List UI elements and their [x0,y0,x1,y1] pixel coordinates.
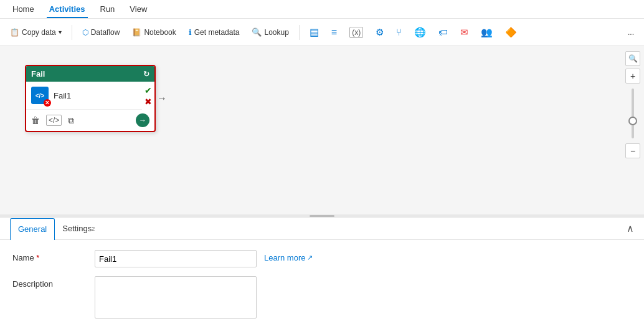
activity-card-body: </> ✕ Fail1 [26,82,142,110]
tab-general[interactable]: General [10,218,55,240]
plus-icon: + [630,71,635,81]
bookmark-icon: 🏷 [438,27,448,37]
canvas-area: Fail ↻ </> ✕ Fail1 ✔ ✖ 🗑 </> ⧉ → → [0,46,644,214]
nav-activities[interactable]: Activities [42,0,93,18]
notebook-label: Notebook [144,28,176,37]
filter-icon: ▤ [310,26,319,38]
copy-data-label: Copy data [22,28,56,37]
mail-icon: ✉ [460,27,468,38]
notebook-icon: 📔 [132,28,141,37]
tab-settings[interactable]: Settings2 [55,218,102,239]
activity-card-title: Fail [31,69,45,79]
activity-card-header: Fail ↻ [26,66,154,82]
dataflow-label: Dataflow [91,28,120,37]
filter-button[interactable]: ▤ [305,24,324,41]
check-success-icon[interactable]: ✔ [144,85,152,95]
bottom-panel: General Settings2 ∧ Name Learn more ↗ De… [0,217,644,326]
minus-icon: − [630,146,635,156]
branch-icon: ⑂ [396,27,402,37]
activity-card-footer: 🗑 </> ⧉ → [26,110,154,131]
search-icon: 🔍 [628,54,638,63]
zoom-slider[interactable] [632,89,634,138]
lines-button[interactable]: ≡ [326,24,342,41]
nav-run[interactable]: Run [93,0,123,18]
error-badge: ✕ [44,99,51,107]
tab-settings-label: Settings [62,224,92,233]
globe-button[interactable]: 🌐 [409,24,431,41]
toolbar-separator-2 [299,25,300,40]
description-label: Description [12,276,87,289]
refresh-icon[interactable]: ↻ [143,70,149,79]
get-metadata-button[interactable]: ℹ Get metadata [184,26,245,39]
name-input[interactable] [95,250,257,267]
card-check-icons: ✔ ✖ [142,83,154,109]
zoom-in-button[interactable]: + [625,69,640,84]
expression-button[interactable]: (x) [344,24,368,41]
settings-badge: 2 [92,226,95,232]
stack-icon: 🔶 [505,27,517,38]
lookup-icon: 🔍 [252,27,262,37]
stack-button[interactable]: 🔶 [500,24,522,41]
settings-button[interactable]: ⚙ [371,24,389,41]
zoom-panel: 🔍 + − [622,46,644,214]
nav-home[interactable]: Home [5,0,42,18]
more-icon: ... [628,28,634,37]
bookmark-button[interactable]: 🏷 [433,24,453,40]
lines-icon: ≡ [331,27,337,38]
bottom-form: Name Learn more ↗ Description Activity s… [0,240,644,326]
activity-card-fail1: Fail ↻ </> ✕ Fail1 ✔ ✖ 🗑 </> ⧉ → → [25,65,156,132]
search-zoom-button[interactable]: 🔍 [625,51,640,66]
top-nav: Home Activities Run View [0,0,644,19]
nav-view[interactable]: View [122,0,154,18]
get-metadata-label: Get metadata [194,28,240,37]
name-row: Name Learn more ↗ [12,250,632,267]
zoom-out-button[interactable]: − [625,143,640,158]
copy-data-icon: 📋 [10,28,19,37]
teams-icon: 👥 [481,27,493,38]
get-metadata-icon: ℹ [189,28,192,37]
mail-button[interactable]: ✉ [455,24,473,41]
activity-name-label: Fail1 [54,91,137,100]
tab-general-label: General [18,224,47,234]
lookup-label: Lookup [264,28,288,37]
expression-icon: (x) [349,27,363,38]
notebook-button[interactable]: 📔 Notebook [127,26,181,39]
collapse-button[interactable]: ∧ [627,223,634,234]
teams-button[interactable]: 👥 [476,24,498,41]
panel-divider-handle [310,215,334,217]
copy-data-dropdown-icon: ▾ [59,29,62,36]
globe-icon: 🌐 [414,27,426,38]
settings-icon: ⚙ [376,27,384,38]
copy-icon[interactable]: ⧉ [68,115,74,126]
lookup-button[interactable]: 🔍 Lookup [247,25,293,39]
toolbar: 📋 Copy data ▾ ⬡ Dataflow 📔 Notebook ℹ Ge… [0,19,644,46]
copy-data-button[interactable]: 📋 Copy data ▾ [5,26,67,39]
fail-activity-icon: </> ✕ [31,87,49,104]
go-button[interactable]: → [136,113,149,127]
zoom-slider-thumb[interactable] [628,117,637,125]
description-row: Description [12,276,632,319]
code-view-icon[interactable]: </> [46,115,62,126]
dataflow-button[interactable]: ⬡ Dataflow [77,26,125,39]
branch-button[interactable]: ⑂ [391,24,407,40]
arrow-right-icon: → [157,93,167,104]
toolbar-separator-1 [72,25,72,40]
delete-icon[interactable]: 🗑 [31,115,40,125]
external-link-icon: ↗ [307,254,313,262]
code-icon: </> [36,92,44,99]
learn-more-link[interactable]: Learn more ↗ [264,250,313,262]
name-label: Name [12,250,87,262]
more-button[interactable]: ... [623,26,639,39]
learn-more-text: Learn more [264,253,305,262]
check-error-icon[interactable]: ✖ [144,97,152,107]
bottom-tabs: General Settings2 ∧ [0,218,644,240]
dataflow-icon: ⬡ [82,28,88,37]
description-input[interactable] [95,276,257,319]
